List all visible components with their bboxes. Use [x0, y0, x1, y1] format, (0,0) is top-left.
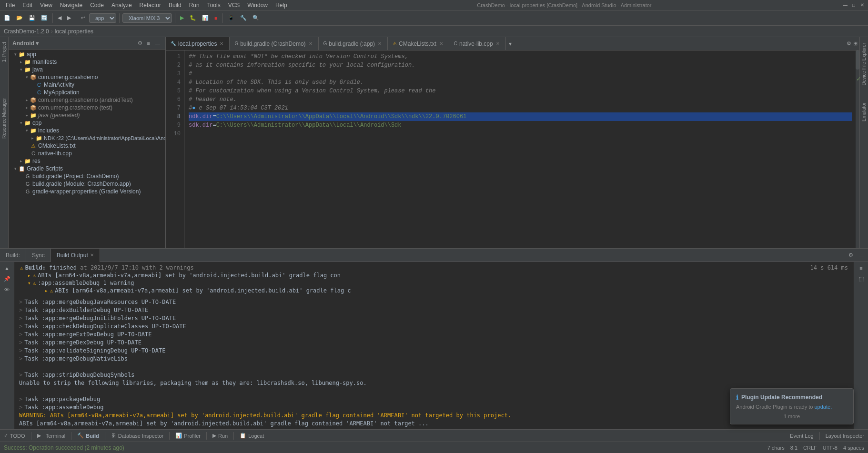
panel-minimize-button[interactable]: —: [153, 40, 161, 47]
maximize-button[interactable]: □: [850, 1, 858, 9]
menu-code[interactable]: Code: [86, 1, 108, 10]
run-button[interactable]: ▶: [178, 14, 186, 22]
menu-help[interactable]: Help: [272, 1, 291, 10]
tab-local-properties[interactable]: 🔧 local.properties ✕: [166, 37, 230, 50]
bt-run[interactable]: ▶ Run: [211, 432, 230, 440]
panel-cog-button[interactable]: ⚙: [136, 40, 144, 47]
back-button[interactable]: ◀: [56, 14, 63, 22]
tree-item-java-generated[interactable]: ▸ 📁 java (generated): [9, 111, 165, 119]
tree-item-nativelib[interactable]: ▸ C native-lib.cpp: [9, 150, 165, 157]
minimize-button[interactable]: —: [841, 1, 849, 9]
tree-item-package-test[interactable]: ▸ 📦 com.umeng.crashdemo (test): [9, 104, 165, 111]
search-button[interactable]: 🔍: [251, 14, 261, 22]
tree-item-mainactivity[interactable]: ▸ C MainActivity: [9, 81, 165, 89]
project-tab[interactable]: 1: Project: [0, 39, 8, 65]
tree-item-includes[interactable]: ▾ 📁 includes: [9, 127, 165, 134]
menu-navigate[interactable]: Navigate: [56, 1, 86, 10]
bt-layout-inspector[interactable]: Layout Inspector: [824, 432, 866, 440]
status-crlf[interactable]: CRLF: [803, 445, 817, 451]
menu-tools[interactable]: Tools: [203, 1, 224, 10]
editor-settings-button[interactable]: ⚙: [847, 40, 851, 47]
bt-event-log[interactable]: Event Log: [788, 432, 816, 440]
tree-item-build-gradle-project[interactable]: ▸ G build.gradle (Project: CrashDemo): [9, 172, 165, 180]
build-warning-assemble[interactable]: ▾ ⚠ :app:assembleDebug 1 warning: [18, 279, 850, 287]
tab-cmakelists[interactable]: ⚠ CMakeLists.txt ✕: [388, 37, 449, 50]
stop-button[interactable]: ■: [212, 14, 220, 22]
editor-split-button[interactable]: ⊞: [853, 40, 858, 47]
status-encoding[interactable]: UTF-8: [823, 445, 838, 451]
build-pin-button[interactable]: 📌: [2, 274, 12, 283]
tree-item-package-androidtest[interactable]: ▸ 📦 com.umeng.crashdemo (androidTest): [9, 96, 165, 104]
tab-close-build-gradle-app[interactable]: ✕: [377, 40, 383, 47]
tree-item-myapplication[interactable]: ▸ C MyApplication: [9, 89, 165, 96]
bottom-tab-close-build-output[interactable]: ✕: [90, 252, 94, 258]
sdk-button[interactable]: 🔧: [238, 14, 249, 22]
menu-view[interactable]: View: [36, 1, 56, 10]
build-eye-button[interactable]: 👁: [3, 285, 11, 294]
menu-build[interactable]: Build: [165, 1, 185, 10]
menu-edit[interactable]: Edit: [19, 1, 36, 10]
tree-item-cmakelists[interactable]: ▸ ⚠ CMakeLists.txt: [9, 142, 165, 150]
menu-refactor[interactable]: Refactor: [136, 1, 165, 10]
menu-window[interactable]: Window: [243, 1, 272, 10]
tab-build-gradle-app[interactable]: G build.gradle (:app) ✕: [319, 37, 388, 50]
code-editor[interactable]: 1 2 3 4 5 6 7 8 9 10 ## This file must *…: [166, 50, 859, 248]
notification-more[interactable]: 1 more: [736, 413, 848, 419]
panel-gear-button[interactable]: ≡: [146, 40, 151, 47]
status-indent[interactable]: 4 spaces: [843, 445, 864, 451]
app-selector[interactable]: appapp: [89, 13, 116, 23]
tree-item-res[interactable]: ▸ 📁 res: [9, 157, 165, 165]
open-button[interactable]: 📂: [14, 14, 25, 22]
build-right-btn1[interactable]: ≡: [858, 264, 864, 272]
tree-item-app[interactable]: ▾ 📁 app: [9, 50, 165, 58]
build-warning-2[interactable]: ▸ ⚠ ABIs [arm64-v8a,armeabi-v7a,armeabi]…: [18, 287, 850, 294]
sync-button[interactable]: 🔄: [39, 14, 50, 22]
profile-button[interactable]: 📊: [200, 14, 211, 22]
bt-database-inspector[interactable]: 🗄 Database Inspector: [109, 432, 165, 440]
save-button[interactable]: 💾: [27, 14, 37, 22]
tab-close-cmakelists[interactable]: ✕: [438, 40, 444, 47]
menu-analyze[interactable]: Analyze: [108, 1, 136, 10]
tab-build-gradle-crashdemo[interactable]: G build.gradle (CrashDemo) ✕: [230, 37, 318, 50]
menu-run[interactable]: Run: [185, 1, 203, 10]
resource-manager-tab[interactable]: Resource Manager: [0, 95, 8, 141]
new-file-button[interactable]: 📄: [2, 14, 12, 22]
tab-close-native-lib[interactable]: ✕: [495, 40, 501, 47]
tree-item-build-gradle-module[interactable]: ▸ G build.gradle (Module: CrashDemo.app): [9, 180, 165, 188]
bt-profiler[interactable]: 📊 Profiler: [173, 432, 202, 440]
bt-logcat[interactable]: 📋 Logcat: [238, 432, 266, 440]
bottom-tab-sync[interactable]: Sync: [26, 249, 51, 262]
rs-device-file-explorer[interactable]: Device File Explorer: [860, 39, 868, 89]
forward-button[interactable]: ▶: [65, 14, 73, 22]
tree-item-manifests[interactable]: ▸ 📁 manifests: [9, 58, 165, 66]
tree-item-gradle-scripts[interactable]: ▾ 📋 Gradle Scripts: [9, 165, 165, 172]
bottom-tab-build[interactable]: Build:: [0, 249, 26, 262]
tree-item-package-main[interactable]: ▾ 📦 com.umeng.crashdemo: [9, 73, 165, 81]
tab-native-lib[interactable]: C native-lib.cpp ✕: [449, 37, 506, 50]
rs-emulator[interactable]: Emulator: [860, 99, 868, 125]
undo-button[interactable]: ↩: [79, 14, 87, 22]
device-selector[interactable]: Xiaomi MIX 3Xiaomi MIX 3: [122, 13, 172, 23]
tab-close-local-properties[interactable]: ✕: [219, 40, 224, 47]
build-header-item[interactable]: ⚠ Build: finished at 2021/9/7 17:10 with…: [18, 264, 850, 272]
bt-build[interactable]: 🔨 Build: [75, 432, 101, 440]
build-collapse-button[interactable]: —: [857, 252, 866, 259]
menu-file[interactable]: File: [2, 1, 19, 10]
bt-todo[interactable]: ✓ TODO: [2, 432, 27, 440]
tree-item-ndk[interactable]: ▸ 📁 NDK r22 (C:\Users\Administrator\AppD…: [9, 134, 165, 142]
notification-link[interactable]: update.: [815, 404, 832, 410]
bt-terminal[interactable]: ▶_ Terminal: [35, 432, 68, 440]
build-right-btn2[interactable]: ⬚: [858, 274, 865, 283]
build-settings-button[interactable]: ⚙: [847, 251, 855, 259]
menu-vcs[interactable]: VCS: [224, 1, 244, 10]
debug-button[interactable]: 🐛: [188, 14, 198, 22]
bottom-tab-build-output[interactable]: Build Output ✕: [51, 249, 100, 262]
build-warning-1[interactable]: ▸ ⚠ ABIs [arm64-v8a,armeabi-v7a,armeabi]…: [18, 272, 850, 279]
close-button[interactable]: ✕: [858, 1, 866, 9]
tab-close-build-gradle-crashdemo[interactable]: ✕: [308, 40, 313, 47]
tree-item-java[interactable]: ▾ 📁 java: [9, 66, 165, 73]
avd-button[interactable]: 📱: [226, 14, 236, 22]
build-up-button[interactable]: ▲: [3, 264, 11, 272]
tabs-overflow-button[interactable]: ▾: [507, 40, 514, 47]
tree-item-gradle-wrapper[interactable]: ▸ G gradle-wrapper.properties (Gradle Ve…: [9, 188, 165, 195]
